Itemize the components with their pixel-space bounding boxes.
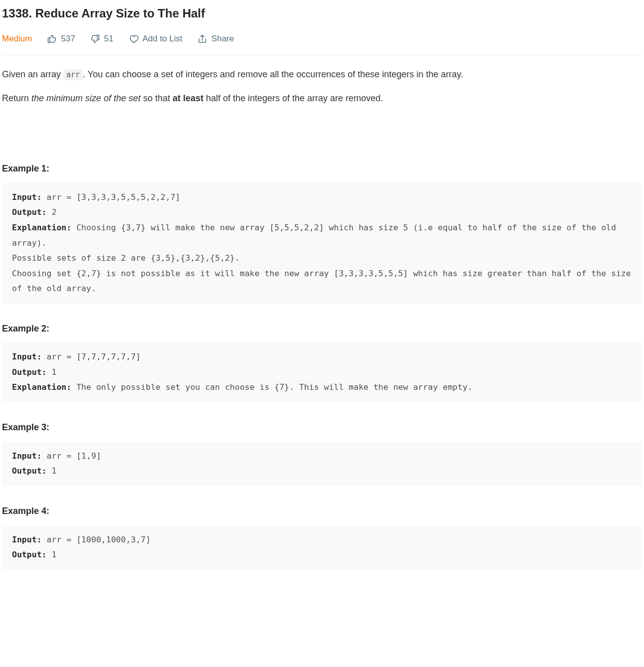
example-field-label: Output: xyxy=(12,207,47,217)
example-field-label: Input: xyxy=(12,352,42,361)
example-title: Example 4: xyxy=(2,504,642,518)
share-label: Share xyxy=(211,32,234,45)
add-to-list-button[interactable]: Add to List xyxy=(129,32,182,45)
example-field-label: Output: xyxy=(12,550,47,559)
description-paragraph-1: Given an array arr. You can choose a set… xyxy=(2,67,642,82)
heart-icon xyxy=(129,34,139,44)
example-title: Example 3: xyxy=(2,420,642,435)
downvote-button[interactable]: 51 xyxy=(90,32,114,45)
meta-row: Medium 537 51 Add to List Share xyxy=(2,32,642,55)
add-to-list-label: Add to List xyxy=(143,32,182,45)
inline-code-arr: arr xyxy=(63,69,83,80)
upvote-button[interactable]: 537 xyxy=(47,32,75,45)
problem-description: Given an array arr. You can choose a set… xyxy=(2,67,642,106)
example-field-label: Explanation: xyxy=(12,223,71,232)
example-field-label: Input: xyxy=(12,451,42,461)
example-block: Input: arr = [7,7,7,7,7,7] Output: 1 Exp… xyxy=(2,342,642,402)
example-block: Input: arr = [1000,1000,3,7] Output: 1 xyxy=(2,525,642,570)
example-field-label: Input: xyxy=(12,535,42,544)
example-title: Example 1: xyxy=(2,162,642,176)
example-field-label: Explanation: xyxy=(12,382,71,392)
share-button[interactable]: Share xyxy=(197,32,234,45)
example-field-label: Input: xyxy=(12,192,42,202)
example-field-label: Output: xyxy=(12,466,47,476)
example-field-label: Output: xyxy=(12,367,47,377)
difficulty-badge: Medium xyxy=(2,32,32,45)
thumbs-down-icon xyxy=(90,34,100,44)
upvote-count: 537 xyxy=(61,32,75,45)
downvote-count: 51 xyxy=(104,32,114,45)
examples-section: Example 1:Input: arr = [3,3,3,3,5,5,5,2,… xyxy=(2,162,642,569)
problem-title: 1338. Reduce Array Size to The Half xyxy=(2,4,642,23)
thumbs-up-icon xyxy=(47,34,57,44)
example-block: Input: arr = [3,3,3,3,5,5,5,2,2,7] Outpu… xyxy=(2,183,642,304)
description-paragraph-2: Return the minimum size of the set so th… xyxy=(2,91,642,106)
share-icon xyxy=(197,34,207,44)
example-title: Example 2: xyxy=(2,322,642,336)
example-block: Input: arr = [1,9] Output: 1 xyxy=(2,442,642,486)
